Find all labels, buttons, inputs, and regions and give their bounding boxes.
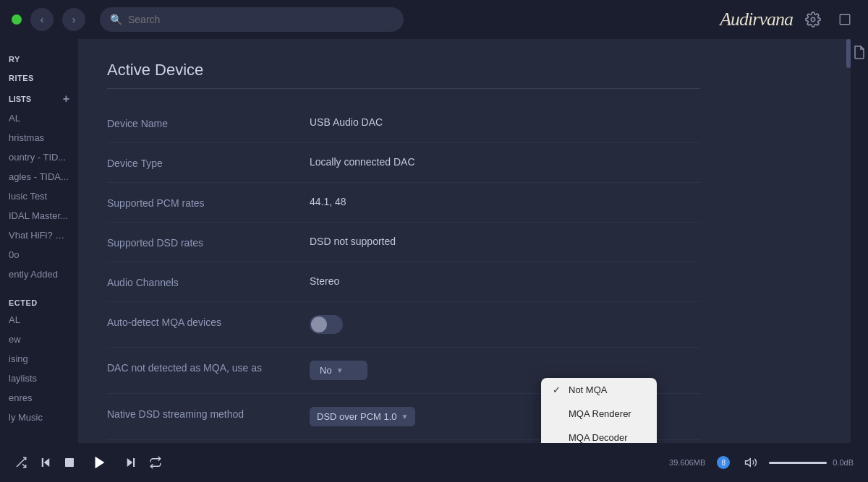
back-button[interactable]: ‹ (30, 8, 54, 31)
mqa-dropdown-popup: ✓ Not MQA MQA Renderer MQA Decoder (541, 378, 657, 443)
sidebar-item-playlists[interactable]: laylists (0, 369, 78, 388)
play-button[interactable] (87, 449, 113, 475)
search-input[interactable] (128, 14, 393, 25)
svg-rect-5 (42, 458, 43, 467)
stop-button[interactable] (64, 457, 75, 468)
window-mode-button[interactable] (833, 8, 856, 31)
check-icon-not-mqa: ✓ (553, 384, 563, 395)
sidebar-label-library: RY (0, 48, 78, 66)
native-dsd-value: DSD over PCM 1.0 (317, 411, 397, 422)
top-bar: ‹ › 🔍 Audirvana (0, 0, 868, 39)
db-label: 0.0dB (833, 458, 854, 467)
svg-rect-6 (65, 458, 74, 467)
device-name-row: Device Name USB Audio DAC (107, 103, 700, 143)
sidebar-playlists-header: LISTS + (0, 85, 78, 108)
content-inner: Active Device Device Name USB Audio DAC … (78, 39, 729, 443)
svg-marker-8 (127, 458, 133, 467)
dsd-dropdown-arrow-icon: ▼ (401, 413, 409, 421)
dsd-rates-label: Supported DSD rates (107, 236, 310, 249)
popup-item-mqa-decoder[interactable]: MQA Decoder (541, 426, 657, 443)
toggle-knob (311, 317, 327, 332)
native-dsd-label: Native DSD streaming method (107, 407, 310, 420)
player-bar: 39.606MB 8 0.0dB (0, 443, 868, 482)
device-type-row: Device Type Locally connected DAC (107, 143, 700, 183)
pcm-rates-row: Supported PCM rates 44.1, 48 (107, 183, 700, 223)
svg-marker-4 (44, 458, 50, 467)
app-logo: Audirvana (720, 9, 793, 30)
sidebar-label-favourites: RITES (0, 66, 78, 85)
dsd-rates-value: DSD not supported (310, 236, 700, 247)
sidebar-playlists-label: LISTS (9, 95, 31, 103)
auto-detect-mqa-toggle[interactable] (310, 315, 343, 334)
search-bar: 🔍 (100, 7, 404, 32)
traffic-light (12, 14, 22, 25)
scroll-indicator (846, 39, 851, 68)
notification-badge: 8 (717, 456, 730, 469)
settings-button[interactable] (801, 8, 825, 31)
sidebar-item-new[interactable]: ew (0, 330, 78, 349)
sidebar-item-my-music[interactable]: ly Music (0, 408, 78, 427)
svg-rect-9 (133, 458, 135, 467)
sidebar-item-rising[interactable]: ising (0, 349, 78, 369)
check-icon-mqa-decoder (553, 432, 563, 443)
svg-rect-1 (840, 14, 850, 25)
popup-label-not-mqa: Not MQA (569, 384, 607, 395)
main-layout: RY RITES LISTS + AL hristmas ountry - TI… (0, 39, 868, 443)
sidebar-item-connected-al[interactable]: AL (0, 310, 78, 330)
active-device-title: Active Device (107, 61, 700, 89)
dac-mqa-dropdown-container: No ▼ ✓ Not MQA MQA Renderer (310, 361, 700, 380)
native-dsd-dropdown-button[interactable]: DSD over PCM 1.0 ▼ (310, 407, 415, 426)
popup-item-mqa-renderer[interactable]: MQA Renderer (541, 402, 657, 426)
sidebar-label-connected: ECTED (0, 291, 78, 310)
pcm-rates-value: 44.1, 48 (310, 196, 700, 207)
popup-item-not-mqa[interactable]: ✓ Not MQA (541, 378, 657, 402)
check-icon-mqa-renderer (553, 408, 563, 419)
dac-mqa-dropdown-value: No (320, 365, 332, 376)
speaker-icon[interactable] (744, 456, 757, 469)
sidebar-item-christmas[interactable]: hristmas (0, 128, 78, 147)
shuffle-button[interactable] (14, 456, 27, 469)
add-playlist-button[interactable]: + (63, 92, 69, 106)
sidebar-item-music-test[interactable]: lusic Test (0, 186, 78, 206)
sidebar-item-tidal-master[interactable]: IDAL Master... (0, 206, 78, 225)
sidebar: RY RITES LISTS + AL hristmas ountry - TI… (0, 39, 78, 443)
popup-label-mqa-decoder: MQA Decoder (569, 432, 628, 443)
device-type-value: Locally connected DAC (310, 156, 700, 168)
volume-bar[interactable] (769, 462, 827, 464)
content-area[interactable]: Active Device Device Name USB Audio DAC … (78, 39, 851, 443)
dac-mqa-row: DAC not detected as MQA, use as No ▼ ✓ N… (107, 348, 700, 394)
sidebar-item-genres[interactable]: enres (0, 388, 78, 408)
sidebar-item-country[interactable]: ountry - TID... (0, 147, 78, 167)
volume-section: 0.0dB (769, 458, 854, 467)
svg-marker-10 (746, 459, 751, 467)
popup-label-mqa-renderer: MQA Renderer (569, 408, 631, 419)
volume-fill (769, 462, 827, 464)
dropdown-arrow-icon: ▼ (336, 366, 344, 374)
memory-label: 39.606MB (669, 458, 705, 467)
audio-channels-label: Audio Channels (107, 275, 310, 288)
right-panel (851, 39, 868, 443)
svg-point-0 (811, 17, 815, 22)
sidebar-item-eagles[interactable]: agles - TIDA... (0, 167, 78, 186)
forward-button[interactable]: › (62, 8, 85, 31)
audio-channels-value: Stereo (310, 275, 700, 287)
sidebar-item-o[interactable]: 0o (0, 245, 78, 264)
audio-channels-row: Audio Channels Stereo (107, 262, 700, 302)
dac-mqa-dropdown-button[interactable]: No ▼ (310, 361, 367, 380)
pcm-rates-label: Supported PCM rates (107, 196, 310, 209)
svg-marker-7 (95, 457, 105, 469)
rewind-button[interactable] (39, 456, 52, 469)
sidebar-item-what-hifi[interactable]: Vhat HiFi? Ma... (0, 225, 78, 245)
auto-detect-mqa-label: Auto-detect MQA devices (107, 315, 310, 328)
device-type-label: Device Type (107, 156, 310, 169)
fast-forward-button[interactable] (124, 456, 137, 469)
tag-icon[interactable] (854, 45, 865, 62)
search-icon: 🔍 (110, 14, 122, 25)
auto-detect-mqa-toggle-container (310, 315, 700, 334)
sidebar-item-recently-added[interactable]: ently Added (0, 264, 78, 284)
dac-mqa-label: DAC not detected as MQA, use as (107, 361, 310, 374)
repeat-button[interactable] (149, 456, 162, 469)
dsd-rates-row: Supported DSD rates DSD not supported (107, 223, 700, 262)
device-name-value: USB Audio DAC (310, 116, 700, 128)
sidebar-item-al[interactable]: AL (0, 108, 78, 128)
